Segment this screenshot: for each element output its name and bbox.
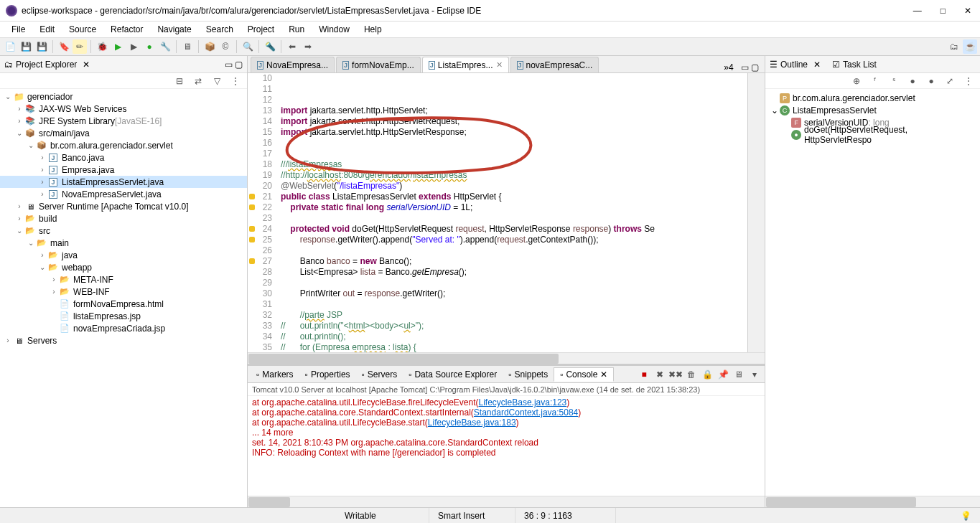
code-line[interactable]: private static final long serialVersionU…: [281, 202, 747, 213]
code-line[interactable]: response.getWriter().append("Served at: …: [281, 235, 747, 245]
clear-console[interactable]: 🗑: [684, 367, 699, 382]
stack-link[interactable]: LifecycleBase.java:183: [428, 418, 516, 428]
scroll-lock[interactable]: 🔒: [700, 367, 714, 382]
tree-item[interactable]: listaEmpresas.jsp: [0, 310, 247, 322]
outline-item[interactable]: ⌄CListaEmpresasServlet: [768, 104, 977, 116]
stack-link[interactable]: StandardContext.java:5084: [474, 407, 578, 418]
code-line[interactable]: protected void doGet(HttpServletRequest …: [281, 224, 747, 235]
remove-all[interactable]: ✖✖: [668, 367, 683, 382]
new-server[interactable]: 🖥: [180, 39, 195, 54]
highlight-button[interactable]: ✏: [73, 39, 87, 54]
code-line[interactable]: //http://localhost:8080/gerenciador/list…: [281, 170, 747, 181]
close-icon[interactable]: ✕: [600, 369, 607, 380]
tree-item[interactable]: ⌄webapp: [0, 261, 247, 273]
project-tree[interactable]: ⌄gerenciador›JAX-WS Web Services›JRE Sys…: [0, 89, 247, 507]
menu-window[interactable]: Window: [312, 23, 357, 36]
code-line[interactable]: ///listaEmpresas: [281, 159, 747, 170]
code-line[interactable]: import jakarta.servlet.http.HttpServletR…: [281, 127, 747, 138]
tree-item[interactable]: ⌄gerenciador: [0, 90, 247, 103]
bottom-tab-snippets[interactable]: ▫Snippets: [503, 368, 554, 381]
maximize-button[interactable]: □: [938, 6, 948, 16]
tree-item[interactable]: ›JRE System Library [JavaSE-16]: [0, 115, 247, 127]
tree-item[interactable]: ›Server Runtime [Apache Tomcat v10.0]: [0, 200, 247, 212]
code-line[interactable]: PrintWriter out = response.getWriter();: [281, 288, 747, 299]
outline-tree[interactable]: Pbr.com.alura.gerenciador.servlet⌄CLista…: [765, 89, 980, 496]
tree-item[interactable]: ⌄src/main/java: [0, 127, 247, 139]
forward-button[interactable]: ➡: [301, 39, 315, 54]
filter-icon[interactable]: ▽: [210, 74, 224, 88]
menu-help[interactable]: Help: [357, 23, 389, 36]
tree-item[interactable]: formNovaEmpresa.html: [0, 298, 247, 310]
back-button[interactable]: ⬅: [285, 39, 299, 54]
open-type[interactable]: 🔍: [241, 39, 255, 54]
outline-menu-icon[interactable]: ⋮: [961, 74, 976, 88]
link-editor-icon[interactable]: ⇄: [191, 74, 205, 88]
open-console[interactable]: ▾: [747, 367, 762, 382]
new-button[interactable]: 📄: [3, 39, 17, 54]
tree-item[interactable]: ›META-INF: [0, 273, 247, 286]
bottom-tab-properties[interactable]: ▫Properties: [299, 368, 356, 381]
close-button[interactable]: ✕: [961, 6, 974, 16]
tree-item[interactable]: novaEmpresaCriada.jsp: [0, 322, 247, 334]
open-perspective[interactable]: 🗂: [947, 39, 961, 54]
search-button[interactable]: 🔦: [263, 39, 277, 54]
save-all-button[interactable]: 💾: [34, 39, 49, 54]
task-list-title[interactable]: Task List: [843, 60, 877, 70]
run-last-button[interactable]: ●: [142, 39, 157, 54]
code-line[interactable]: public class ListaEmpresasServlet extend…: [281, 192, 747, 202]
tree-item[interactable]: ›build: [0, 212, 247, 225]
tree-item[interactable]: ›ListaEmpresasServlet.java: [0, 176, 247, 188]
code-line[interactable]: @WebServlet("/listaEmpresas"): [281, 181, 747, 192]
code-line[interactable]: //parte JSP: [281, 310, 747, 321]
code-line[interactable]: // out.println("<html><body><ul>");: [281, 321, 747, 331]
menu-edit[interactable]: Edit: [32, 23, 62, 36]
editor-tab[interactable]: JformNovaEmp...: [336, 57, 421, 72]
panel-minimize[interactable]: ▭ ▢: [225, 60, 243, 70]
tip-icon[interactable]: 💡: [961, 511, 971, 521]
bottom-tab-markers[interactable]: ▫Markers: [251, 368, 299, 381]
tabs-overflow[interactable]: »4: [719, 62, 737, 72]
outline-hscroll[interactable]: [765, 496, 980, 507]
editor-tab[interactable]: JListaEmpres...✕: [422, 57, 509, 72]
bottom-tab-console[interactable]: ▫Console ✕: [554, 367, 614, 382]
code-line[interactable]: [281, 278, 747, 288]
external-tools[interactable]: 🔧: [158, 39, 172, 54]
tree-item[interactable]: ›NovaEmpresaServlet.java: [0, 188, 247, 200]
tree-item[interactable]: ›Banco.java: [0, 151, 247, 164]
hide-nonpublic-icon[interactable]: ●: [905, 74, 920, 88]
tree-item[interactable]: ›WEB-INF: [0, 286, 247, 298]
code-line[interactable]: // for (Empresa empresa : lista) {: [281, 342, 747, 352]
menu-navigate[interactable]: Navigate: [150, 23, 198, 36]
view-menu-icon[interactable]: ⋮: [228, 74, 243, 88]
toggle-breadcrumb[interactable]: 🔖: [57, 39, 71, 54]
outline-item[interactable]: Pbr.com.alura.gerenciador.servlet: [768, 92, 977, 104]
remove-launch[interactable]: ✖: [653, 367, 667, 382]
menu-source[interactable]: Source: [62, 23, 103, 36]
coverage-button[interactable]: ▶: [126, 39, 141, 54]
focus-icon[interactable]: ⤢: [943, 74, 957, 88]
code-line[interactable]: import jakarta.servlet.http.HttpServletR…: [281, 116, 747, 127]
display-console[interactable]: 🖥: [732, 367, 746, 382]
new-package[interactable]: 📦: [202, 39, 217, 54]
code-line[interactable]: [281, 138, 747, 149]
debug-button[interactable]: 🐞: [95, 39, 109, 54]
hide-fields-icon[interactable]: ᶠ: [868, 74, 882, 88]
console-output[interactable]: at org.apache.catalina.util.LifecycleBas…: [248, 396, 765, 496]
outline-item[interactable]: ●doGet(HttpServletRequest, HttpServletRe…: [768, 128, 977, 141]
code-line[interactable]: // out.println();: [281, 331, 747, 342]
new-class[interactable]: ©: [218, 39, 233, 54]
terminate-button[interactable]: ■: [637, 367, 651, 382]
code-line[interactable]: [281, 299, 747, 310]
editor-minmax[interactable]: ▭ ▢: [738, 62, 762, 72]
menu-run[interactable]: Run: [281, 23, 312, 36]
pin-console[interactable]: 📌: [716, 367, 730, 382]
menu-file[interactable]: File: [4, 23, 32, 36]
tree-item[interactable]: ›JAX-WS Web Services: [0, 103, 247, 115]
close-tab-icon[interactable]: ✕: [496, 60, 503, 70]
code-line[interactable]: Banco banco = new Banco();: [281, 256, 747, 267]
console-hscroll[interactable]: [248, 496, 765, 507]
code-line[interactable]: [281, 245, 747, 256]
hide-local-icon[interactable]: ●: [924, 74, 938, 88]
tree-item[interactable]: ›Empresa.java: [0, 164, 247, 176]
tree-item[interactable]: ›java: [0, 249, 247, 261]
